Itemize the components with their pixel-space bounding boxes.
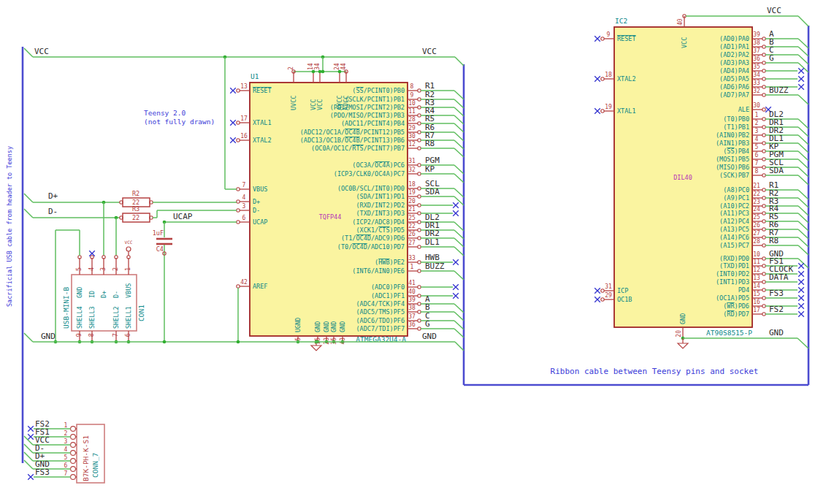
u1-pin-name: GND bbox=[323, 321, 330, 332]
pin-end bbox=[762, 220, 765, 223]
pin-end bbox=[762, 272, 765, 275]
ic2-pin-number: 22 bbox=[753, 191, 760, 197]
u1-pin-number: 22 bbox=[408, 223, 416, 229]
net-label: G bbox=[769, 53, 774, 63]
pin-end bbox=[237, 221, 240, 224]
ic2-pin-name: PD4 bbox=[738, 286, 749, 294]
u1-pin-name: UCAP bbox=[253, 218, 267, 226]
resistor-value: 22 bbox=[132, 214, 139, 221]
ic2-pin-name: (WR)PD6 bbox=[723, 302, 749, 310]
ic2-pin-number: 31 bbox=[605, 283, 612, 290]
ic2-pin-name: ICP bbox=[617, 287, 628, 294]
conn7-pin-end bbox=[71, 475, 76, 480]
u1-pin-name: (RXD/INT2)PD2 bbox=[356, 202, 405, 209]
conn7-pin-end bbox=[71, 451, 76, 456]
wire bbox=[24, 194, 33, 202]
u1-pin-number: 9 bbox=[410, 92, 414, 99]
ic2-pin-number: 29 bbox=[605, 292, 612, 299]
net-label: BUZZ bbox=[769, 85, 789, 95]
pin-end bbox=[418, 131, 421, 134]
pin-end bbox=[601, 298, 604, 301]
pin-end bbox=[762, 280, 765, 283]
u1-ref: U1 bbox=[251, 72, 259, 80]
u1-pin-name: (OC3A/OC4A)PC6 bbox=[352, 161, 405, 169]
wire bbox=[454, 148, 464, 157]
con1-pin-name: SHELL3 bbox=[88, 306, 96, 329]
conn7-pin-number: 6 bbox=[64, 462, 68, 469]
u1-pin-name: (T0/OC4D/ADC10)PD7 bbox=[337, 243, 405, 251]
pin-end bbox=[418, 310, 421, 313]
pin-end bbox=[418, 286, 421, 289]
u1-pin-number: 1 bbox=[410, 264, 414, 270]
wire bbox=[24, 48, 33, 57]
con1-pin-name: SHELL2 bbox=[112, 306, 120, 329]
pin-end bbox=[418, 204, 421, 207]
ic2-pin-name: VCC bbox=[681, 37, 688, 48]
u1-pin-name: (ADC6/TDO)PF6 bbox=[356, 317, 405, 324]
con1-pin-name: D+ bbox=[100, 291, 107, 298]
pin-end bbox=[237, 89, 240, 92]
wire bbox=[454, 247, 464, 256]
ic2-pin-number: 15 bbox=[753, 291, 760, 297]
wire bbox=[454, 230, 464, 239]
u1-pin-name: UVCC bbox=[290, 96, 297, 110]
wire bbox=[798, 127, 808, 137]
ic2-pin-name: (RD)PD7 bbox=[723, 310, 749, 318]
u1-pin-number: 13 bbox=[240, 83, 248, 90]
con1-pin-number: 1 bbox=[124, 267, 131, 271]
pin-end bbox=[762, 236, 765, 239]
conn7-pin-number: 5 bbox=[64, 454, 68, 461]
u1-pin-name: (SDA/INT1)PD1 bbox=[356, 193, 405, 200]
conn7-pin-number: 3 bbox=[64, 438, 68, 445]
ribbon-cable-note: Ribbon cable between Teensy pins and soc… bbox=[534, 367, 775, 376]
wire bbox=[454, 238, 464, 247]
ic2-value: AT90S8515-P bbox=[706, 329, 752, 337]
pin-end bbox=[237, 188, 240, 191]
capacitor-ref: C4 bbox=[156, 245, 164, 253]
net-label: GND bbox=[769, 328, 784, 337]
wire bbox=[455, 342, 464, 351]
pin-end bbox=[418, 245, 421, 248]
wire bbox=[454, 196, 464, 205]
u1-pin-name: (SCLK/PCINT1)PB1 bbox=[345, 96, 405, 103]
pin-end bbox=[762, 93, 765, 96]
ic2-pin-number: 13 bbox=[753, 275, 760, 281]
usb-cable-note: Sacrificial USB cable from header to Tee… bbox=[6, 146, 13, 307]
u1-pin-number: 39 bbox=[408, 297, 416, 303]
pin-end bbox=[418, 294, 421, 297]
u1-pin-number: 36 bbox=[408, 321, 416, 328]
u1-pin-number: 34 bbox=[314, 63, 321, 70]
ic2-pin-number: 10 bbox=[753, 251, 760, 258]
ic2-pin-name: (SS)PB4 bbox=[723, 148, 749, 155]
pin-end bbox=[762, 313, 765, 316]
pin-end bbox=[762, 45, 765, 48]
wire bbox=[798, 135, 808, 145]
pin-end bbox=[762, 244, 765, 247]
wire bbox=[798, 16, 808, 26]
u1-pin-number: 10 bbox=[408, 100, 416, 107]
u1-pin-name: (ADC13/OC1B/OC4B/PCINT13)PB6 bbox=[300, 137, 405, 144]
ic2-pin-name: (MISO)PB6 bbox=[716, 164, 749, 171]
u1-pin-number: 2 bbox=[288, 66, 294, 70]
net-label: R8 bbox=[769, 236, 779, 245]
schematic-canvas: U1TQFP44ATMEGA32U4-A13RESET17XTAL116XTAL… bbox=[0, 0, 826, 504]
pin-end bbox=[762, 142, 765, 145]
wire bbox=[454, 174, 464, 183]
u1-pin-name: (ADC1)PF1 bbox=[371, 292, 405, 299]
u1-pin-number: 14 bbox=[307, 63, 314, 70]
u1-pin-number: 26 bbox=[408, 231, 416, 237]
ic2-pin-name: (AD5)PA5 bbox=[719, 75, 749, 83]
junction-dot bbox=[338, 70, 342, 74]
resistor-ref: R3 bbox=[132, 205, 139, 213]
pin-end bbox=[418, 106, 421, 109]
u1-pin-name: VBUS bbox=[253, 186, 267, 193]
pin-end bbox=[418, 172, 421, 175]
ic2-pin-number: 14 bbox=[753, 283, 760, 289]
pin-end bbox=[237, 209, 240, 212]
ic2-pin-name: (A10)PC2 bbox=[719, 202, 749, 210]
wire bbox=[454, 123, 464, 132]
u1-pin-name: (ADC5/TMS)PF5 bbox=[356, 308, 405, 316]
net-label: FS3 bbox=[769, 289, 784, 298]
ic2-pin-number: 39 bbox=[753, 31, 760, 38]
net-label: FS2 bbox=[769, 305, 784, 314]
